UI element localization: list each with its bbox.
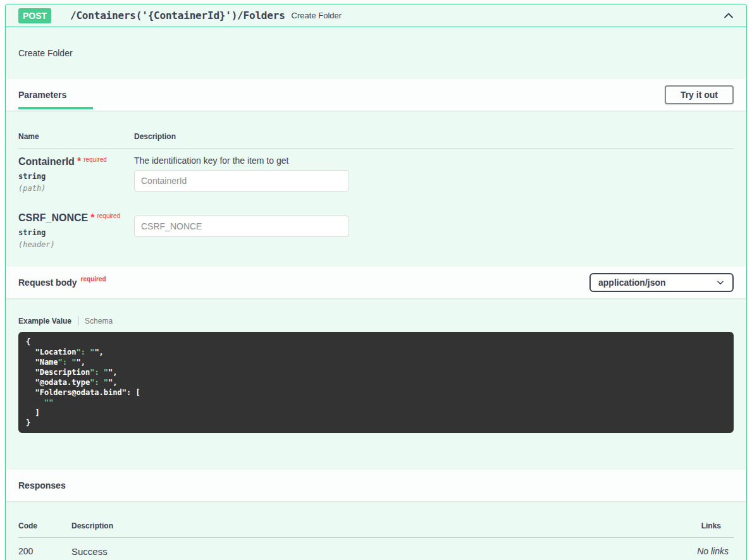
responses-title: Responses [18, 480, 66, 490]
model-example-tabs: Example Value Schema [18, 316, 734, 326]
parameter-description-cell: The identification key for the item to g… [134, 155, 734, 193]
example-json-code: { "Location": "", "Name": "", "Descripti… [18, 332, 734, 433]
operation-summary[interactable]: POST /Containers('{ContainerId}')/Folder… [6, 4, 746, 27]
parameter-row-containerid: ContainerId*required string (path) The i… [18, 149, 734, 193]
code-column-header: Code [18, 521, 71, 530]
parameter-location: (header) [18, 240, 134, 249]
responses-table-head: Code Description Links [18, 521, 734, 538]
request-body-section-header: Request body required application/json [6, 267, 746, 298]
parameters-table: Name Description ContainerId*required st… [6, 111, 746, 267]
parameter-name-cell: ContainerId*required string (path) [18, 155, 134, 193]
tab-schema[interactable]: Schema [85, 317, 113, 326]
parameter-description-cell [134, 212, 734, 249]
response-code: 200 [18, 546, 71, 557]
operation-block-post-folders: POST /Containers('{ContainerId}')/Folder… [5, 4, 747, 560]
try-it-out-button[interactable]: Try it out [665, 85, 734, 104]
http-method-badge: POST [18, 8, 51, 23]
parameter-description: The identification key for the item to g… [134, 155, 734, 166]
responses-section-header: Responses [6, 470, 746, 501]
collapse-chevron-up-icon[interactable] [722, 9, 735, 22]
response-description: Success [71, 546, 658, 557]
responses-table: Code Description Links 200 Success No li… [6, 501, 746, 560]
operation-description: Create Folder [6, 27, 746, 79]
required-star: * [90, 212, 94, 223]
required-label: required [97, 212, 120, 219]
request-body-required-label: required [81, 276, 106, 283]
parameters-title: Parameters [18, 90, 66, 100]
csrf-nonce-input[interactable] [134, 216, 349, 237]
parameter-name: ContainerId*required [18, 155, 134, 169]
name-column-header: Name [18, 132, 134, 141]
parameter-type: string [18, 172, 134, 181]
swagger-page: POST /Containers('{ContainerId}')/Folder… [0, 0, 752, 560]
tab-divider [78, 316, 78, 326]
parameters-section-header: Parameters Try it out [6, 79, 746, 111]
response-description-column-header: Description [71, 521, 658, 530]
required-star: * [77, 156, 81, 167]
parameter-name: CSRF_NONCE*required [18, 212, 134, 225]
parameter-name-cell: CSRF_NONCE*required string (header) [18, 212, 134, 249]
content-type-value: application/json [598, 277, 666, 288]
tab-example-value[interactable]: Example Value [18, 317, 71, 326]
parameter-location: (path) [18, 184, 134, 193]
content-type-select[interactable]: application/json [589, 273, 734, 292]
links-column-header: Links [658, 521, 734, 530]
request-body-title: Request body [18, 277, 77, 288]
required-label: required [83, 156, 107, 163]
response-links: No links [658, 546, 734, 557]
response-row-200: 200 Success No links [18, 538, 734, 557]
request-body-content: Example Value Schema { "Location": "", "… [6, 298, 746, 470]
tab-parameters: Parameters [18, 79, 93, 111]
containerid-input[interactable] [134, 170, 349, 192]
description-column-header: Description [134, 132, 734, 141]
chevron-down-icon [716, 278, 725, 287]
operation-path[interactable]: /Containers('{ContainerId}')/Folders [70, 9, 285, 21]
parameters-table-head: Name Description [18, 123, 734, 149]
operation-summary-description: Create Folder [292, 11, 342, 20]
parameter-type: string [18, 228, 134, 237]
parameter-row-csrf-nonce: CSRF_NONCE*required string (header) [18, 205, 734, 249]
